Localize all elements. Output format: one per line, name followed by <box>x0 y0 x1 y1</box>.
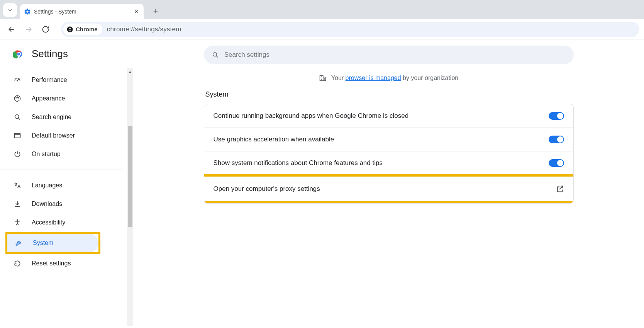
sidebar-header: Settings <box>0 39 133 68</box>
plus-icon <box>153 8 159 14</box>
svg-line-18 <box>19 118 20 120</box>
chrome-icon <box>66 26 73 33</box>
search-settings[interactable] <box>204 46 574 64</box>
download-icon <box>14 200 21 208</box>
reload-button[interactable] <box>39 22 53 36</box>
svg-point-8 <box>69 28 71 30</box>
managed-link[interactable]: browser is managed <box>346 75 401 81</box>
sidebar-item-label: Appearance <box>32 95 65 102</box>
toggle-graphics-accel[interactable] <box>549 136 564 143</box>
svg-point-22 <box>17 220 18 221</box>
row-system-notifications: Show system notifications about Chrome f… <box>204 151 573 175</box>
sidebar: Settings ▲ Performance Appearance Search… <box>0 39 133 328</box>
forward-button[interactable] <box>22 22 36 36</box>
chrome-logo-icon <box>13 49 24 59</box>
tab-close-button[interactable] <box>133 8 140 15</box>
sidebar-item-appearance[interactable]: Appearance <box>0 89 124 108</box>
sidebar-item-on-startup[interactable]: On startup <box>0 145 124 163</box>
sidebar-item-languages[interactable]: Languages <box>0 176 124 195</box>
search-icon <box>212 51 219 59</box>
reset-icon <box>14 260 21 267</box>
speedometer-icon <box>14 76 21 84</box>
close-icon <box>134 9 139 14</box>
sidebar-item-system[interactable]: System <box>7 234 98 252</box>
toggle-background-apps[interactable] <box>549 112 564 120</box>
settings-gear-icon <box>24 8 31 15</box>
managed-notice: Your browser is managed by your organiza… <box>319 74 458 82</box>
wrench-icon <box>15 239 22 247</box>
sidebar-item-label: On startup <box>32 151 61 158</box>
sidebar-nav-2: Languages Downloads Accessibility System <box>0 174 133 275</box>
sidebar-item-label: Performance <box>32 76 67 83</box>
palette-icon <box>14 95 21 102</box>
search-icon <box>14 113 21 121</box>
tab-search-button[interactable] <box>3 3 17 17</box>
page-title: Settings <box>32 48 68 60</box>
scrollbar-thumb[interactable] <box>128 126 132 227</box>
sidebar-nav: Performance Appearance Search engine Def… <box>0 68 133 166</box>
system-section: System Continue running background apps … <box>204 90 574 204</box>
tab-strip: Settings - System <box>0 0 644 19</box>
sidebar-item-label: Downloads <box>32 201 62 207</box>
sidebar-item-downloads[interactable]: Downloads <box>0 195 124 213</box>
browser-icon <box>14 132 21 139</box>
svg-point-13 <box>17 80 18 81</box>
row-label: Continue running background apps when Go… <box>214 112 409 120</box>
sidebar-item-label: Languages <box>32 182 62 189</box>
svg-point-23 <box>213 53 217 56</box>
search-input[interactable] <box>224 51 566 59</box>
sidebar-item-label: System <box>33 240 53 246</box>
scrollbar[interactable]: ▲ <box>127 68 133 326</box>
svg-point-17 <box>15 115 19 119</box>
svg-rect-19 <box>15 133 20 138</box>
sidebar-item-accessibility[interactable]: Accessibility <box>0 213 124 232</box>
sidebar-scroll: ▲ Performance Appearance Search engine <box>0 68 133 326</box>
sidebar-item-reset[interactable]: Reset settings <box>0 254 124 273</box>
arrow-left-icon <box>8 25 15 33</box>
sidebar-item-search-engine[interactable]: Search engine <box>0 108 124 126</box>
browser-tab[interactable]: Settings - System <box>20 4 144 19</box>
row-proxy-settings[interactable]: Open your computer's proxy settings <box>204 177 573 201</box>
toggle-system-notifications[interactable] <box>549 159 564 167</box>
tab-title: Settings - System <box>34 8 130 15</box>
highlight-system-nav: System <box>5 232 100 254</box>
address-bar: Chrome chrome://settings/system <box>0 19 644 39</box>
sidebar-item-default-browser[interactable]: Default browser <box>0 126 124 145</box>
sidebar-item-performance[interactable]: Performance <box>0 71 124 89</box>
svg-point-16 <box>19 98 19 99</box>
row-graphics-accel: Use graphics acceleration when available <box>204 127 573 151</box>
settings-page: Settings ▲ Performance Appearance Search… <box>0 39 644 328</box>
building-icon <box>319 74 327 82</box>
settings-card: Continue running background apps when Go… <box>204 104 574 204</box>
power-icon <box>14 150 21 158</box>
svg-point-15 <box>17 97 18 97</box>
row-label: Show system notifications about Chrome f… <box>214 159 383 167</box>
sidebar-item-label: Search engine <box>32 114 71 121</box>
managed-text: Your browser is managed by your organiza… <box>331 75 458 82</box>
svg-line-24 <box>216 56 218 57</box>
sidebar-item-label: Reset settings <box>32 260 71 267</box>
back-button[interactable] <box>5 22 19 36</box>
site-chip[interactable]: Chrome <box>63 24 102 35</box>
highlight-proxy-row: Open your computer's proxy settings <box>204 174 574 203</box>
row-label: Open your computer's proxy settings <box>214 185 320 193</box>
translate-icon <box>14 182 21 189</box>
reload-icon <box>42 25 49 33</box>
url-text: chrome://settings/system <box>107 25 181 33</box>
scroll-up-arrow[interactable]: ▲ <box>127 68 133 75</box>
sidebar-item-label: Accessibility <box>32 219 65 226</box>
svg-rect-26 <box>323 77 326 81</box>
site-chip-label: Chrome <box>76 26 98 32</box>
row-label: Use graphics acceleration when available <box>214 136 334 143</box>
section-title: System <box>204 90 574 99</box>
open-external-icon <box>556 185 564 193</box>
new-tab-button[interactable] <box>149 5 162 18</box>
accessibility-icon <box>14 219 21 226</box>
svg-line-32 <box>559 186 563 189</box>
arrow-right-icon <box>25 25 32 33</box>
row-background-apps: Continue running background apps when Go… <box>204 104 573 127</box>
sidebar-item-label: Default browser <box>32 132 75 139</box>
svg-point-14 <box>16 98 17 99</box>
main-content: Your browser is managed by your organiza… <box>133 39 644 328</box>
omnibox[interactable]: Chrome chrome://settings/system <box>61 22 639 37</box>
